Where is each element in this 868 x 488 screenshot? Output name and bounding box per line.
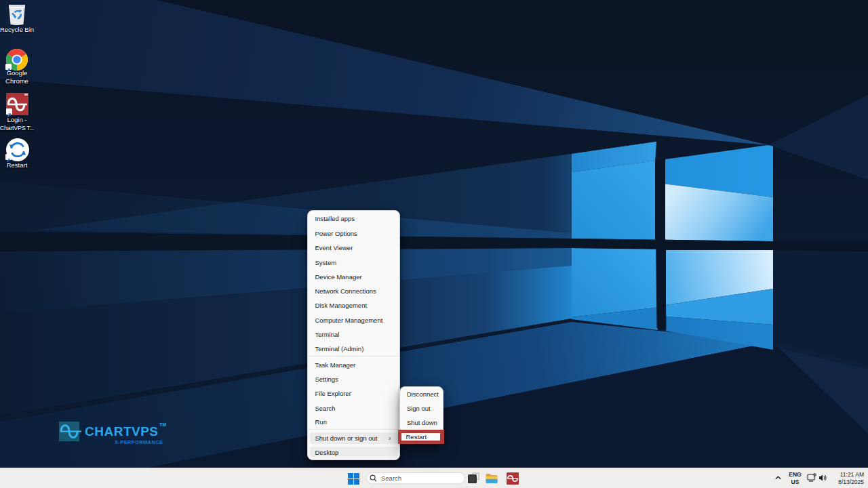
svg-text:X-PERFORMANCE: X-PERFORMANCE (115, 439, 163, 445)
svg-text:TM: TM (159, 422, 166, 427)
svg-text:CHARTVPS: CHARTVPS (85, 424, 159, 439)
